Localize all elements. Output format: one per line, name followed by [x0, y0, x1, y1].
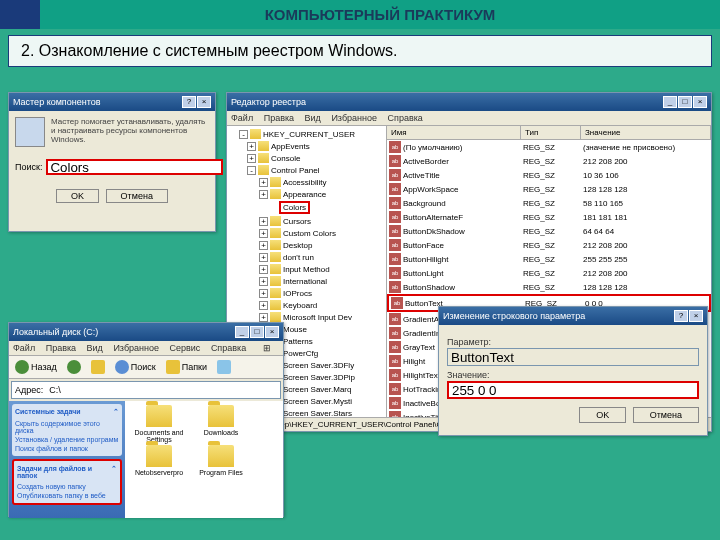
- tree-item-selected[interactable]: Colors: [279, 201, 310, 214]
- chevron-icon[interactable]: ⌃: [113, 408, 119, 416]
- menu-fav[interactable]: Избранное: [331, 113, 377, 123]
- reg-value-row[interactable]: abAppWorkSpaceREG_SZ128 128 128: [387, 182, 711, 196]
- tree-item[interactable]: AppEvents: [271, 142, 310, 151]
- minimize-icon[interactable]: _: [235, 326, 249, 338]
- tree-item[interactable]: Custom Colors: [283, 229, 336, 238]
- close-icon[interactable]: ×: [197, 96, 211, 108]
- tree-item[interactable]: IOProcs: [283, 289, 312, 298]
- folder-item[interactable]: Downloads: [191, 405, 251, 443]
- col-type[interactable]: Тип: [521, 126, 581, 139]
- expand-icon[interactable]: +: [247, 142, 256, 151]
- tree-item[interactable]: Microsoft Input Dev: [283, 313, 352, 322]
- col-name[interactable]: Имя: [387, 126, 521, 139]
- expand-icon[interactable]: +: [259, 229, 268, 238]
- regedit-titlebar[interactable]: Редактор реестра _□×: [227, 93, 711, 111]
- menu-view[interactable]: Вид: [87, 343, 103, 353]
- expand-icon[interactable]: +: [259, 253, 268, 262]
- tree-item[interactable]: Control Panel: [271, 166, 319, 175]
- expand-icon[interactable]: +: [259, 277, 268, 286]
- tree-item[interactable]: Appearance: [283, 190, 326, 199]
- col-data[interactable]: Значение: [581, 126, 711, 139]
- tree-item[interactable]: Cursors: [283, 217, 311, 226]
- views-button[interactable]: [214, 359, 234, 375]
- reg-value-row[interactable]: abButtonAlternateFREG_SZ181 181 181: [387, 210, 711, 224]
- back-button[interactable]: Назад: [12, 359, 60, 375]
- chevron-icon[interactable]: ⌃: [111, 465, 117, 479]
- task-link[interactable]: Опубликовать папку в вебе: [17, 491, 117, 500]
- task-link[interactable]: Скрыть содержимое этого диска: [15, 419, 119, 435]
- task-header[interactable]: Задачи для файлов и папок: [17, 465, 111, 479]
- up-button[interactable]: [88, 359, 108, 375]
- task-link[interactable]: Установка / удаление программ: [15, 435, 119, 444]
- expand-icon[interactable]: +: [259, 301, 268, 310]
- reg-value-row[interactable]: abBackgroundREG_SZ58 110 165: [387, 196, 711, 210]
- reg-value-row[interactable]: abButtonFaceREG_SZ212 208 200: [387, 238, 711, 252]
- wizard-titlebar[interactable]: Мастер компонентов ?×: [9, 93, 215, 111]
- expand-icon[interactable]: +: [259, 265, 268, 274]
- tree-item[interactable]: don't run: [283, 253, 314, 262]
- task-link[interactable]: Поиск файлов и папок: [15, 444, 119, 453]
- menu-view[interactable]: Вид: [305, 113, 321, 123]
- help-icon[interactable]: ?: [674, 310, 688, 322]
- menu-help[interactable]: Справка: [211, 343, 246, 353]
- tree-item[interactable]: Desktop: [283, 241, 312, 250]
- tree-item[interactable]: Patterns: [283, 337, 313, 346]
- tree-item[interactable]: Screen Saver.Marq: [283, 385, 351, 394]
- folder-item[interactable]: Netobserverpro: [129, 445, 189, 476]
- help-icon[interactable]: ?: [182, 96, 196, 108]
- reg-value-row[interactable]: abActiveTitleREG_SZ10 36 106: [387, 168, 711, 182]
- task-link[interactable]: Создать новую папку: [17, 482, 117, 491]
- folders-button[interactable]: Папки: [163, 359, 210, 375]
- menu-help[interactable]: Справка: [388, 113, 423, 123]
- tree-item[interactable]: International: [283, 277, 327, 286]
- folder-item[interactable]: Program Files: [191, 445, 251, 476]
- tree-item[interactable]: Screen Saver.3DPip: [283, 373, 355, 382]
- close-icon[interactable]: ×: [693, 96, 707, 108]
- reg-value-row[interactable]: abButtonHilightREG_SZ255 255 255: [387, 252, 711, 266]
- maximize-icon[interactable]: □: [678, 96, 692, 108]
- search-button[interactable]: Поиск: [112, 359, 159, 375]
- expand-icon[interactable]: +: [259, 190, 268, 199]
- expand-icon[interactable]: +: [259, 289, 268, 298]
- wizard-cancel-button[interactable]: Отмена: [106, 189, 168, 203]
- expand-icon[interactable]: +: [259, 178, 268, 187]
- menu-edit[interactable]: Правка: [264, 113, 294, 123]
- dialog-titlebar[interactable]: Изменение строкового параметра ?×: [439, 307, 707, 325]
- expand-icon[interactable]: -: [247, 166, 256, 175]
- maximize-icon[interactable]: □: [250, 326, 264, 338]
- expand-icon[interactable]: +: [259, 313, 268, 322]
- dialog-cancel-button[interactable]: Отмена: [633, 407, 699, 423]
- tree-root[interactable]: HKEY_CURRENT_USER: [263, 130, 355, 139]
- reg-value-row[interactable]: abButtonDkShadowREG_SZ64 64 64: [387, 224, 711, 238]
- tree-item[interactable]: Mouse: [283, 325, 307, 334]
- explorer-titlebar[interactable]: Локальный диск (C:) _□×: [9, 323, 283, 341]
- tree-item[interactable]: Screen Saver.3DFly: [283, 361, 354, 370]
- menu-edit[interactable]: Правка: [46, 343, 76, 353]
- menu-file[interactable]: Файл: [231, 113, 253, 123]
- menu-tools[interactable]: Сервис: [170, 343, 201, 353]
- tree-item[interactable]: Console: [271, 154, 300, 163]
- dialog-value-input[interactable]: [447, 381, 699, 399]
- dialog-ok-button[interactable]: OK: [579, 407, 626, 423]
- expand-icon[interactable]: -: [239, 130, 248, 139]
- reg-value-row[interactable]: abButtonShadowREG_SZ128 128 128: [387, 280, 711, 294]
- tree-item[interactable]: Keyboard: [283, 301, 317, 310]
- reg-value-row[interactable]: abActiveBorderREG_SZ212 208 200: [387, 154, 711, 168]
- reg-value-row[interactable]: abButtonLightREG_SZ212 208 200: [387, 266, 711, 280]
- expand-icon[interactable]: +: [259, 241, 268, 250]
- expand-icon[interactable]: +: [247, 154, 256, 163]
- expand-icon[interactable]: +: [259, 217, 268, 226]
- close-icon[interactable]: ×: [689, 310, 703, 322]
- folder-item[interactable]: Documents and Settings: [129, 405, 189, 443]
- minimize-icon[interactable]: _: [663, 96, 677, 108]
- reg-value-row[interactable]: ab(По умолчанию)REG_SZ(значение не присв…: [387, 140, 711, 154]
- tree-item[interactable]: PowerCfg: [283, 349, 318, 358]
- explorer-files[interactable]: Documents and Settings Downloads Netobse…: [125, 401, 283, 518]
- menu-file[interactable]: Файл: [13, 343, 35, 353]
- tree-item[interactable]: Accessibility: [283, 178, 327, 187]
- tree-item[interactable]: Screen Saver.Mysti: [283, 397, 352, 406]
- wizard-ok-button[interactable]: OK: [56, 189, 99, 203]
- task-header[interactable]: Системные задачи: [15, 408, 81, 416]
- forward-button[interactable]: [64, 359, 84, 375]
- tree-item[interactable]: Input Method: [283, 265, 330, 274]
